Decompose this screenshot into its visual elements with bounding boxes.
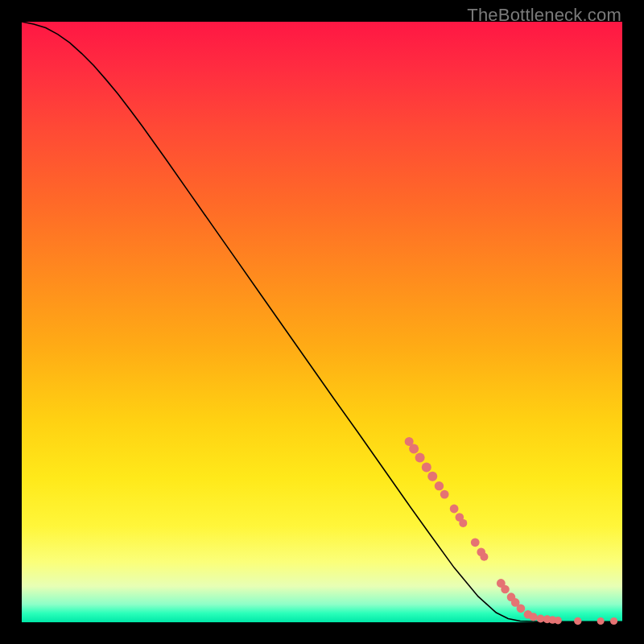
watermark-text: TheBottleneck.com (467, 5, 621, 26)
data-marker (440, 490, 449, 499)
data-marker (554, 617, 561, 624)
data-marker (450, 505, 459, 514)
data-marker (435, 481, 444, 490)
data-marker (529, 613, 537, 621)
data-marker (480, 553, 488, 561)
data-marker (610, 617, 617, 625)
data-marker (409, 444, 419, 453)
data-marker (427, 472, 437, 481)
data-marker (422, 463, 431, 473)
data-marker (459, 519, 467, 527)
marker-group (405, 437, 617, 625)
data-marker (597, 617, 605, 625)
data-marker (415, 453, 425, 463)
chart-frame: TheBottleneck.com (0, 0, 644, 644)
bottleneck-curve (22, 22, 622, 621)
chart-svg (22, 22, 622, 622)
plot-area (22, 22, 622, 622)
data-marker (574, 617, 581, 625)
data-marker (501, 585, 510, 594)
data-marker (517, 605, 526, 613)
data-marker (471, 538, 480, 547)
